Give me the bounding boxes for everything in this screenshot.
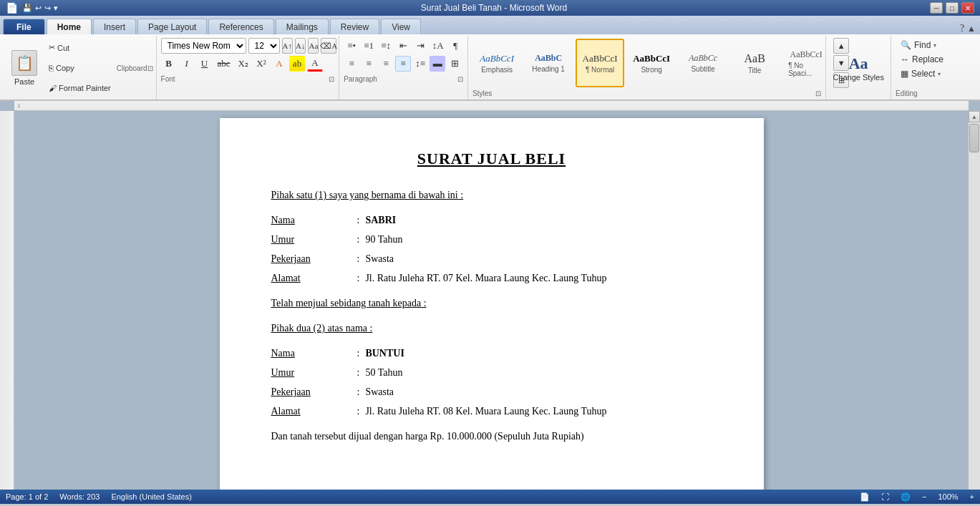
quick-undo[interactable]: ↩ bbox=[35, 4, 42, 13]
border-button[interactable]: ⊞ bbox=[447, 56, 462, 72]
party1-pekerjaan-row: Pekerjaan : Swasta bbox=[271, 251, 712, 266]
party2-nama-row: Nama : BUNTUI bbox=[271, 346, 712, 361]
tab-references[interactable]: References bbox=[208, 19, 273, 34]
increase-font-button[interactable]: A↑ bbox=[282, 38, 293, 54]
font-color-button[interactable]: A bbox=[307, 56, 323, 72]
nama-label-2: Nama bbox=[271, 346, 357, 361]
tab-insert[interactable]: Insert bbox=[93, 19, 136, 34]
editing-group: 🔍 Find ▾ ↔ Replace ▦ Select ▾ Editing bbox=[891, 36, 977, 99]
style-heading1[interactable]: AaBbC Heading 1 bbox=[524, 39, 573, 87]
paste-label: Paste bbox=[14, 77, 34, 86]
sort-button[interactable]: ↕A bbox=[430, 38, 446, 54]
font-group: Times New Rom 12 A↑ A↓ Aa ⌫A B I U abc X… bbox=[157, 36, 340, 99]
scroll-thumb[interactable] bbox=[969, 124, 979, 152]
document-page[interactable]: SURAT JUAL BELI Pihak satu (1) saya yang… bbox=[220, 118, 764, 490]
change-styles-button[interactable]: Aa Change Styles bbox=[830, 51, 886, 85]
numbering-button[interactable]: ≡1 bbox=[361, 38, 377, 54]
select-button[interactable]: ▦ Select ▾ bbox=[896, 67, 973, 81]
align-left-button[interactable]: ≡ bbox=[344, 56, 359, 72]
style-subtitle[interactable]: AaBbCc Subtitle bbox=[679, 39, 727, 87]
minimize-button[interactable]: ─ bbox=[930, 2, 943, 14]
style-emphasis[interactable]: AaBbCcI Emphasis bbox=[472, 39, 521, 87]
ribbon-minimize-icon[interactable]: ▲ bbox=[967, 24, 976, 34]
ruler-scrollbar-gap bbox=[969, 101, 980, 111]
decrease-font-button[interactable]: A↓ bbox=[295, 38, 306, 54]
view-web-icon[interactable]: 🌐 bbox=[901, 492, 911, 502]
styles-group: AaBbCcI Emphasis AaBbC Heading 1 AaBbCcI… bbox=[468, 36, 826, 99]
italic-button[interactable]: I bbox=[179, 56, 195, 72]
party2-pekerjaan-row: Pekerjaan : Swasta bbox=[271, 384, 712, 399]
tab-home[interactable]: Home bbox=[47, 19, 92, 34]
umur-label-2: Umur bbox=[271, 365, 357, 380]
style-no-spacing[interactable]: AaBbCcI ¶ No Spaci... bbox=[782, 39, 830, 87]
styles-group-label: Styles bbox=[472, 89, 492, 97]
shading-button[interactable]: ▬ bbox=[430, 56, 445, 72]
line-spacing-button[interactable]: ↕≡ bbox=[412, 56, 428, 72]
paragraph-group: ≡• ≡1 ≡↕ ⇤ ⇥ ↕A ¶ ≡ ≡ ≡ ≡ ↕≡ ▬ ⊞ Paragra… bbox=[339, 36, 468, 99]
bold-button[interactable]: B bbox=[161, 56, 177, 72]
status-bar: Page: 1 of 2 Words: 203 English (United … bbox=[0, 490, 980, 504]
tab-mailings[interactable]: Mailings bbox=[276, 19, 329, 34]
paragraph-expand-icon[interactable]: ⊡ bbox=[457, 75, 463, 83]
tab-page-layout[interactable]: Page Layout bbox=[137, 19, 207, 34]
style-normal[interactable]: AaBbCcI ¶ Normal bbox=[576, 39, 624, 87]
copy-button[interactable]: ⎘ Copy bbox=[45, 62, 115, 74]
party2-nama-value: BUNTUI bbox=[365, 346, 404, 361]
quick-save[interactable]: 💾 bbox=[22, 4, 32, 13]
scroll-up-button[interactable]: ▲ bbox=[969, 111, 980, 122]
bullets-button[interactable]: ≡• bbox=[344, 38, 359, 54]
ribbon: 📋 Paste ✂ Cut ⎘ Copy 🖌 Format Painter C bbox=[0, 34, 980, 101]
text-highlight-button[interactable]: ab bbox=[289, 56, 305, 72]
view-print-icon[interactable]: 📄 bbox=[860, 492, 870, 502]
tab-file[interactable]: File bbox=[3, 19, 45, 34]
party1-alamat-row: Alamat : Jl. Ratu Juleha RT. 07 Kel. Mua… bbox=[271, 271, 712, 286]
format-painter-button[interactable]: 🖌 Format Painter bbox=[45, 82, 115, 94]
vertical-ruler bbox=[0, 111, 14, 490]
justify-button[interactable]: ≡ bbox=[395, 56, 411, 72]
change-case-button[interactable]: Aa bbox=[308, 38, 319, 54]
transition-text: Telah menjual sebidang tanah kepada : bbox=[271, 296, 712, 311]
quick-redo[interactable]: ↪ bbox=[44, 4, 51, 13]
quick-extra[interactable]: ▾ bbox=[54, 4, 58, 13]
maximize-button[interactable]: □ bbox=[946, 2, 959, 14]
zoom-out-button[interactable]: − bbox=[922, 492, 926, 501]
view-fullscreen-icon[interactable]: ⛶ bbox=[881, 492, 889, 501]
increase-indent-button[interactable]: ⇥ bbox=[412, 38, 428, 54]
show-para-button[interactable]: ¶ bbox=[447, 38, 463, 54]
find-button[interactable]: 🔍 Find ▾ bbox=[896, 38, 973, 52]
close-button[interactable]: ✕ bbox=[961, 2, 974, 14]
style-strong[interactable]: AaBbCcI Strong bbox=[627, 39, 676, 87]
cut-button[interactable]: ✂ Cut bbox=[45, 41, 115, 54]
vertical-scrollbar[interactable]: ▲ bbox=[969, 111, 980, 490]
font-name-select[interactable]: Times New Rom bbox=[161, 38, 246, 54]
align-right-button[interactable]: ≡ bbox=[378, 56, 394, 72]
clipboard-label: Clipboard bbox=[117, 64, 147, 72]
party1-pekerjaan-value: Swasta bbox=[365, 251, 394, 266]
paste-icon: 📋 bbox=[11, 50, 37, 76]
text-effects-button[interactable]: A bbox=[271, 56, 287, 72]
strikethrough-button[interactable]: abc bbox=[215, 56, 233, 72]
window-title: Surat Jual Beli Tanah - Microsoft Word bbox=[421, 3, 567, 13]
transition-section: Telah menjual sebidang tanah kepada : Pi… bbox=[271, 296, 712, 336]
party2-alamat-row: Alamat : Jl. Ratu Juleha RT. 08 Kel. Mua… bbox=[271, 404, 712, 419]
underline-button[interactable]: U bbox=[197, 56, 213, 72]
font-expand-icon[interactable]: ⊡ bbox=[329, 75, 334, 83]
multilevel-button[interactable]: ≡↕ bbox=[378, 38, 394, 54]
align-center-button[interactable]: ≡ bbox=[361, 56, 377, 72]
tab-review[interactable]: Review bbox=[330, 19, 379, 34]
zoom-in-button[interactable]: + bbox=[970, 492, 974, 501]
replace-icon: ↔ bbox=[901, 54, 909, 64]
decrease-indent-button[interactable]: ⇤ bbox=[395, 38, 411, 54]
style-title[interactable]: AaB Title bbox=[730, 39, 779, 87]
paste-button[interactable]: 📋 Paste bbox=[6, 38, 43, 97]
font-size-select[interactable]: 12 bbox=[248, 38, 280, 54]
tab-view[interactable]: View bbox=[381, 19, 421, 34]
ribbon-help-icon[interactable]: ? bbox=[960, 23, 964, 34]
subscript-button[interactable]: X₂ bbox=[236, 56, 251, 72]
clipboard-expand-icon[interactable]: ⊡ bbox=[147, 64, 153, 72]
superscript-button[interactable]: X² bbox=[253, 56, 269, 72]
styles-expand-icon[interactable]: ⊡ bbox=[815, 89, 821, 97]
clear-formatting-button[interactable]: ⌫A bbox=[321, 38, 336, 54]
replace-button[interactable]: ↔ Replace bbox=[896, 52, 973, 67]
party1-umur-value: 90 Tahun bbox=[365, 232, 402, 247]
